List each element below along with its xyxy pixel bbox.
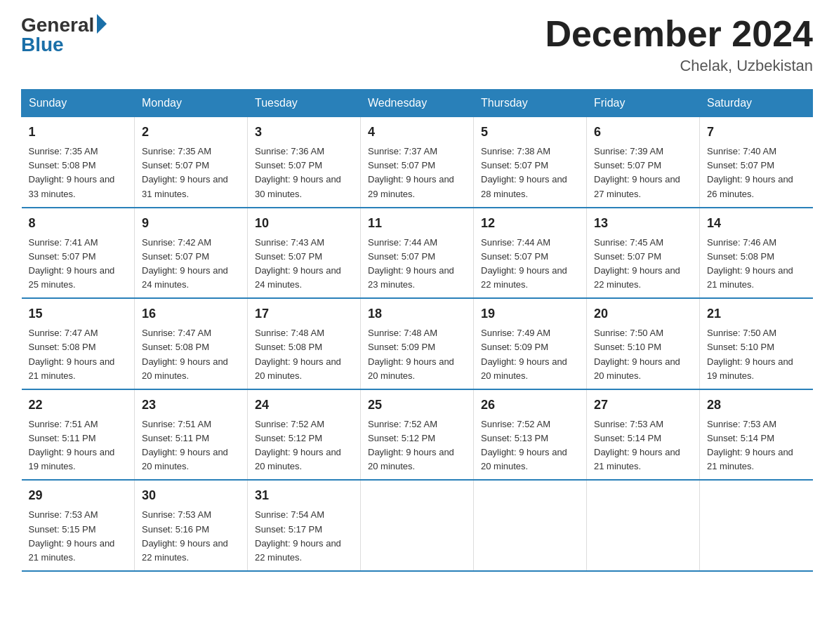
day-info: Sunrise: 7:50 AM Sunset: 5:10 PM Dayligh… — [594, 326, 692, 383]
day-info: Sunrise: 7:37 AM Sunset: 5:07 PM Dayligh… — [368, 145, 466, 201]
day-number: 31 — [255, 486, 353, 505]
calendar-week-row: 1 Sunrise: 7:35 AM Sunset: 5:08 PM Dayli… — [22, 117, 813, 208]
header-row: Sunday Monday Tuesday Wednesday Thursday… — [22, 90, 813, 117]
day-info: Sunrise: 7:40 AM Sunset: 5:07 PM Dayligh… — [707, 145, 806, 201]
calendar-cell: 27 Sunrise: 7:53 AM Sunset: 5:14 PM Dayl… — [587, 389, 700, 481]
day-number: 27 — [594, 396, 692, 415]
calendar-cell: 12 Sunrise: 7:44 AM Sunset: 5:07 PM Dayl… — [474, 208, 587, 299]
day-info: Sunrise: 7:45 AM Sunset: 5:07 PM Dayligh… — [594, 236, 692, 293]
day-number: 21 — [707, 304, 806, 323]
header-wednesday: Wednesday — [361, 90, 474, 117]
day-info: Sunrise: 7:46 AM Sunset: 5:08 PM Dayligh… — [707, 236, 806, 293]
day-number: 2 — [142, 123, 240, 142]
header-friday: Friday — [587, 90, 700, 117]
day-number: 3 — [255, 123, 353, 142]
day-number: 30 — [142, 486, 240, 505]
day-number: 11 — [368, 214, 466, 233]
calendar-cell: 7 Sunrise: 7:40 AM Sunset: 5:07 PM Dayli… — [700, 117, 813, 208]
page-title: December 2024 — [545, 14, 813, 54]
day-number: 24 — [255, 396, 353, 415]
logo: General Blue — [21, 14, 107, 56]
calendar-cell — [474, 480, 587, 571]
day-info: Sunrise: 7:44 AM Sunset: 5:07 PM Dayligh… — [368, 236, 466, 293]
calendar-cell: 31 Sunrise: 7:54 AM Sunset: 5:17 PM Dayl… — [248, 480, 361, 571]
calendar-cell: 25 Sunrise: 7:52 AM Sunset: 5:12 PM Dayl… — [361, 389, 474, 481]
day-info: Sunrise: 7:52 AM Sunset: 5:13 PM Dayligh… — [481, 417, 579, 474]
calendar-cell: 21 Sunrise: 7:50 AM Sunset: 5:10 PM Dayl… — [700, 298, 813, 389]
day-number: 5 — [481, 123, 579, 142]
calendar-cell: 13 Sunrise: 7:45 AM Sunset: 5:07 PM Dayl… — [587, 208, 700, 299]
calendar-cell: 9 Sunrise: 7:42 AM Sunset: 5:07 PM Dayli… — [135, 208, 248, 299]
header-saturday: Saturday — [700, 90, 813, 117]
day-number: 26 — [481, 396, 579, 415]
title-area: December 2024 Chelak, Uzbekistan — [545, 14, 813, 75]
calendar-cell: 6 Sunrise: 7:39 AM Sunset: 5:07 PM Dayli… — [587, 117, 700, 208]
calendar-cell: 8 Sunrise: 7:41 AM Sunset: 5:07 PM Dayli… — [22, 208, 135, 299]
calendar-cell: 17 Sunrise: 7:48 AM Sunset: 5:08 PM Dayl… — [248, 298, 361, 389]
day-number: 15 — [29, 304, 128, 323]
day-number: 12 — [481, 214, 579, 233]
day-number: 6 — [594, 123, 692, 142]
logo-arrow-icon — [97, 14, 107, 34]
day-number: 1 — [29, 123, 128, 142]
day-info: Sunrise: 7:41 AM Sunset: 5:07 PM Dayligh… — [29, 236, 128, 293]
calendar-cell: 22 Sunrise: 7:51 AM Sunset: 5:11 PM Dayl… — [22, 389, 135, 481]
day-number: 9 — [142, 214, 240, 233]
calendar-cell: 23 Sunrise: 7:51 AM Sunset: 5:11 PM Dayl… — [135, 389, 248, 481]
calendar-cell: 3 Sunrise: 7:36 AM Sunset: 5:07 PM Dayli… — [248, 117, 361, 208]
day-info: Sunrise: 7:53 AM Sunset: 5:14 PM Dayligh… — [594, 417, 692, 474]
calendar-week-row: 29 Sunrise: 7:53 AM Sunset: 5:15 PM Dayl… — [22, 480, 813, 571]
calendar-cell — [587, 480, 700, 571]
day-number: 29 — [29, 486, 128, 505]
calendar-header: Sunday Monday Tuesday Wednesday Thursday… — [22, 90, 813, 117]
day-number: 19 — [481, 304, 579, 323]
day-info: Sunrise: 7:48 AM Sunset: 5:09 PM Dayligh… — [368, 326, 466, 383]
day-info: Sunrise: 7:51 AM Sunset: 5:11 PM Dayligh… — [142, 417, 240, 474]
day-number: 20 — [594, 304, 692, 323]
calendar-cell: 16 Sunrise: 7:47 AM Sunset: 5:08 PM Dayl… — [135, 298, 248, 389]
day-number: 28 — [707, 396, 806, 415]
calendar-cell: 14 Sunrise: 7:46 AM Sunset: 5:08 PM Dayl… — [700, 208, 813, 299]
calendar-table: Sunday Monday Tuesday Wednesday Thursday… — [21, 89, 813, 572]
calendar-cell: 1 Sunrise: 7:35 AM Sunset: 5:08 PM Dayli… — [22, 117, 135, 208]
day-number: 13 — [594, 214, 692, 233]
logo-blue-text: Blue — [21, 34, 64, 56]
page-header: General Blue December 2024 Chelak, Uzbek… — [21, 14, 813, 75]
day-info: Sunrise: 7:38 AM Sunset: 5:07 PM Dayligh… — [481, 145, 579, 201]
day-info: Sunrise: 7:53 AM Sunset: 5:14 PM Dayligh… — [707, 417, 806, 474]
calendar-cell: 20 Sunrise: 7:50 AM Sunset: 5:10 PM Dayl… — [587, 298, 700, 389]
day-info: Sunrise: 7:52 AM Sunset: 5:12 PM Dayligh… — [368, 417, 466, 474]
header-tuesday: Tuesday — [248, 90, 361, 117]
day-info: Sunrise: 7:44 AM Sunset: 5:07 PM Dayligh… — [481, 236, 579, 293]
header-sunday: Sunday — [22, 90, 135, 117]
calendar-cell: 19 Sunrise: 7:49 AM Sunset: 5:09 PM Dayl… — [474, 298, 587, 389]
calendar-week-row: 8 Sunrise: 7:41 AM Sunset: 5:07 PM Dayli… — [22, 208, 813, 299]
calendar-cell: 15 Sunrise: 7:47 AM Sunset: 5:08 PM Dayl… — [22, 298, 135, 389]
day-info: Sunrise: 7:36 AM Sunset: 5:07 PM Dayligh… — [255, 145, 353, 201]
calendar-cell: 28 Sunrise: 7:53 AM Sunset: 5:14 PM Dayl… — [700, 389, 813, 481]
day-info: Sunrise: 7:48 AM Sunset: 5:08 PM Dayligh… — [255, 326, 353, 383]
calendar-cell — [700, 480, 813, 571]
calendar-cell — [361, 480, 474, 571]
day-info: Sunrise: 7:53 AM Sunset: 5:16 PM Dayligh… — [142, 508, 240, 565]
day-info: Sunrise: 7:47 AM Sunset: 5:08 PM Dayligh… — [29, 326, 128, 383]
day-info: Sunrise: 7:47 AM Sunset: 5:08 PM Dayligh… — [142, 326, 240, 383]
day-number: 10 — [255, 214, 353, 233]
calendar-cell: 5 Sunrise: 7:38 AM Sunset: 5:07 PM Dayli… — [474, 117, 587, 208]
calendar-cell: 30 Sunrise: 7:53 AM Sunset: 5:16 PM Dayl… — [135, 480, 248, 571]
day-info: Sunrise: 7:43 AM Sunset: 5:07 PM Dayligh… — [255, 236, 353, 293]
day-number: 23 — [142, 396, 240, 415]
day-number: 7 — [707, 123, 806, 142]
day-info: Sunrise: 7:35 AM Sunset: 5:08 PM Dayligh… — [29, 145, 128, 201]
calendar-week-row: 22 Sunrise: 7:51 AM Sunset: 5:11 PM Dayl… — [22, 389, 813, 481]
calendar-cell: 24 Sunrise: 7:52 AM Sunset: 5:12 PM Dayl… — [248, 389, 361, 481]
calendar-cell: 11 Sunrise: 7:44 AM Sunset: 5:07 PM Dayl… — [361, 208, 474, 299]
header-monday: Monday — [135, 90, 248, 117]
day-info: Sunrise: 7:50 AM Sunset: 5:10 PM Dayligh… — [707, 326, 806, 383]
calendar-cell: 10 Sunrise: 7:43 AM Sunset: 5:07 PM Dayl… — [248, 208, 361, 299]
day-number: 8 — [29, 214, 128, 233]
day-number: 17 — [255, 304, 353, 323]
day-number: 18 — [368, 304, 466, 323]
day-info: Sunrise: 7:51 AM Sunset: 5:11 PM Dayligh… — [29, 417, 128, 474]
calendar-cell: 2 Sunrise: 7:35 AM Sunset: 5:07 PM Dayli… — [135, 117, 248, 208]
